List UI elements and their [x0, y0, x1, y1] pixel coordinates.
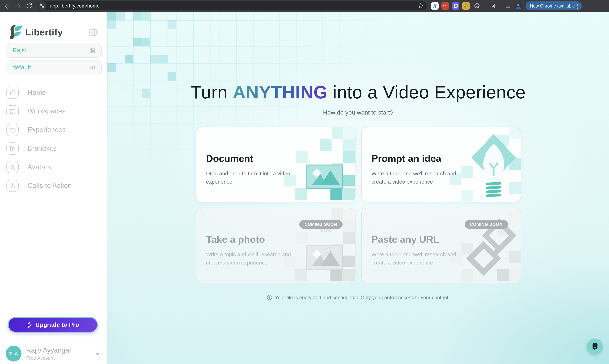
lightning-bolt-icon: [26, 321, 33, 328]
card-document[interactable]: Document Drag and drop to turn it into a…: [196, 127, 355, 202]
lightbulb-mosaic-art: [449, 127, 520, 202]
privacy-note: Your file is encrypted and confidential.…: [267, 295, 450, 300]
menu-kebab-icon: [577, 3, 578, 4]
brand: Libertify: [8, 25, 103, 40]
url-text: app.libertify.com/home: [50, 3, 100, 9]
sidebar-item-experiences[interactable]: Experiences: [6, 121, 104, 139]
sidebar-item-label: Brandkits: [27, 145, 57, 153]
browser-menu-button[interactable]: [575, 2, 580, 10]
forward-icon: [15, 2, 22, 10]
downloads-icon: [504, 2, 511, 10]
main-content: Turn ANYTHING into a Video Experience Ho…: [107, 12, 609, 364]
sidebar-item-home[interactable]: Home: [6, 83, 104, 102]
reload-button[interactable]: [24, 0, 34, 11]
extension-libertify[interactable]: [431, 2, 438, 10]
home-icon: [9, 89, 16, 96]
workspaces-icon: [9, 107, 16, 115]
sidebar-item-label: Calls to Action: [27, 182, 72, 190]
image-mosaic-art-gray: [283, 208, 355, 283]
card-title: Prompt an idea: [371, 153, 441, 164]
extensions-menu-button[interactable]: [473, 2, 480, 10]
card-description: Write a topic and we'll research and cre…: [206, 250, 296, 267]
card-description: Drag and drop to turn it into a video ex…: [206, 170, 296, 186]
brand-name: Libertify: [26, 27, 63, 38]
building-icon: [89, 47, 96, 54]
user-plan: Free Account: [26, 355, 94, 361]
extension-lightning[interactable]: [462, 2, 470, 10]
workspace-selector[interactable]: Rajiv: [6, 43, 102, 58]
sidebar-nav: Home Workspaces: [6, 83, 104, 195]
sidebar: Libertify Rajiv: [0, 12, 107, 364]
people-icon: [88, 64, 96, 71]
sidebar-item-workspaces[interactable]: Workspaces: [6, 102, 104, 121]
user-menu[interactable]: R A Rajiv Ayyangar Free Account: [6, 345, 105, 362]
sidebar-collapse-button[interactable]: [88, 27, 98, 37]
chat-bubble-icon: [590, 342, 599, 351]
start-options-grid: Document Drag and drop to turn it into a…: [196, 127, 521, 283]
chat-launcher-button[interactable]: [587, 338, 603, 354]
coming-soon-badge: COMING SOON: [299, 220, 343, 229]
title-highlight: ANYTHING: [233, 82, 328, 102]
forward-button[interactable]: [13, 0, 24, 11]
card-paste-any-url: COMING SOON Paste any URL Write a topic …: [361, 208, 521, 283]
tab-search-button[interactable]: [488, 2, 496, 10]
tab-search-icon: [489, 2, 496, 10]
link-mosaic-art-gray: [449, 208, 520, 283]
extension-lightning-icon: [462, 2, 470, 10]
card-title: Document: [206, 153, 253, 164]
upgrade-to-pro-button[interactable]: Upgrade to Pro: [8, 317, 98, 333]
sidebar-item-label: Avatars: [27, 163, 51, 171]
browser-profile-avatar[interactable]: [515, 2, 522, 10]
privacy-note-text: Your file is encrypted and confidential.…: [275, 295, 450, 300]
sidebar-item-brandkits[interactable]: Brandkits: [6, 139, 104, 158]
bookmark-button[interactable]: [417, 2, 424, 10]
upgrade-label: Upgrade to Pro: [35, 321, 79, 328]
chrome-update-label: New Chrome available: [530, 3, 575, 8]
extensions-row: [431, 2, 522, 10]
card-prompt-an-idea[interactable]: Prompt an idea Write a topic and we'll r…: [361, 127, 521, 202]
chevron-down-icon[interactable]: [94, 350, 101, 357]
site-settings-icon: [40, 4, 44, 8]
libertify-logo-icon: [8, 24, 22, 40]
extension-purple-d-icon: [452, 2, 459, 10]
sidebar-item-label: Workspaces: [27, 107, 66, 115]
card-title: Paste any URL: [371, 234, 439, 245]
card-title: Take a photo: [206, 234, 265, 245]
user-name: Rajiv Ayyangar: [26, 346, 94, 354]
sidebar-item-avatars[interactable]: Avatars: [6, 158, 104, 176]
bookmark-star-icon: [417, 2, 424, 9]
reload-icon: [26, 2, 32, 9]
user-avatar: R A: [6, 346, 22, 362]
info-icon: [267, 295, 272, 300]
sidebar-item-calls-to-action[interactable]: Calls to Action: [6, 176, 104, 195]
workspace-name: Rajiv: [13, 47, 89, 54]
browser-toolbar: app.libertify.com/home: [0, 0, 609, 12]
image-mosaic-art: [283, 127, 355, 202]
browser-window: app.libertify.com/home: [0, 0, 609, 364]
avatars-icon: [9, 163, 16, 171]
back-icon: [4, 2, 11, 10]
address-bar[interactable]: app.libertify.com/home: [37, 1, 427, 10]
page-title: Turn ANYTHING into a Video Experience: [191, 82, 526, 103]
card-take-a-photo: COMING SOON Take a photo Write a topic a…: [196, 208, 355, 283]
chrome-update-pill[interactable]: New Chrome available: [526, 1, 582, 10]
calls-to-action-icon: [9, 182, 16, 190]
toolbar-divider: [500, 3, 500, 9]
extension-purple-d[interactable]: [452, 2, 459, 10]
extension-red-dots[interactable]: [441, 2, 449, 10]
collapse-panel-icon: [89, 28, 97, 36]
extension-libertify-icon: [431, 2, 438, 10]
page-subtitle: How do you want to start?: [323, 109, 393, 116]
extensions-puzzle-icon: [473, 2, 480, 10]
back-button[interactable]: [2, 0, 13, 11]
card-description: Write a topic and we'll research and cre…: [371, 250, 462, 267]
team-selector[interactable]: default: [6, 61, 102, 75]
profile-avatar-image: [515, 2, 522, 10]
brandkits-icon: [9, 145, 16, 152]
toolbar-divider: [484, 3, 484, 9]
site-settings-button[interactable]: [38, 2, 46, 10]
coming-soon-badge: COMING SOON: [464, 220, 508, 229]
experiences-icon: [9, 126, 16, 134]
downloads-button[interactable]: [504, 2, 512, 10]
extension-red-dots-icon: [441, 2, 449, 10]
